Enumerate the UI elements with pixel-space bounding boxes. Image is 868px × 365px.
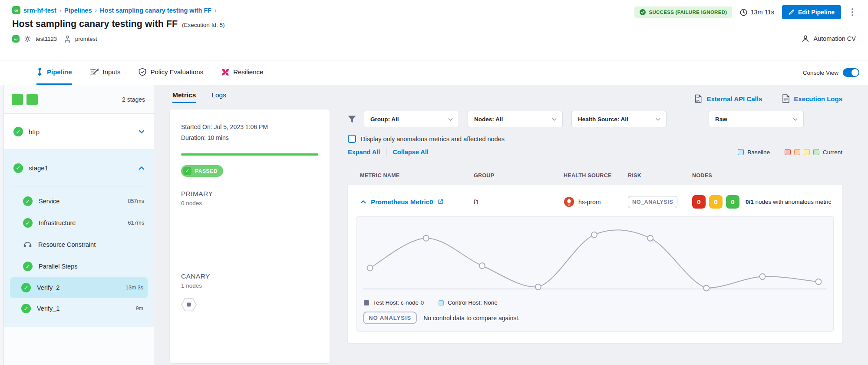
collapse-all-link[interactable]: Collapse All bbox=[393, 149, 428, 156]
breadcrumb: ∞ srm-hf-test › Pipelines › Host samplin… bbox=[12, 6, 224, 14]
health-source-filter-dropdown[interactable]: Health Source: All bbox=[571, 111, 667, 127]
step-duration: 857ms bbox=[128, 198, 144, 204]
anomalous-checkbox[interactable] bbox=[348, 135, 356, 143]
pipeline-icon bbox=[36, 68, 43, 76]
execution-id: (Execution Id: 5) bbox=[182, 22, 224, 28]
started-on: Started On: Jul 5, 2023 1:06 PM bbox=[181, 122, 318, 133]
environment-name[interactable]: promtest bbox=[75, 36, 97, 42]
test-host-legend: Test Host: c-node-0 bbox=[364, 299, 424, 306]
nodes-summary: 0/1 nodes with anomalous metric bbox=[746, 198, 843, 206]
canary-label: CANARY bbox=[181, 272, 318, 280]
test-host-swatch bbox=[364, 300, 369, 305]
current-green-swatch bbox=[813, 149, 819, 155]
status-badge: SUCCESS (FAILURE IGNORED) bbox=[634, 7, 732, 18]
document-icon bbox=[782, 94, 790, 103]
verification-duration: Duration: 10 mins bbox=[181, 133, 318, 143]
tab-resilience[interactable]: Resilience bbox=[221, 60, 263, 85]
user-name: Automation CV bbox=[813, 35, 856, 42]
service-name[interactable]: test1123 bbox=[36, 36, 57, 42]
stage-square-icon bbox=[26, 94, 38, 105]
log-links-row: API External API Calls Execution Logs bbox=[348, 92, 842, 105]
filter-funnel-icon[interactable] bbox=[348, 116, 356, 123]
harness-logo-icon: ∞ bbox=[12, 35, 20, 43]
execution-sidebar: 2 stages ✓ http ✓ stage1 ✓ Service 857ms bbox=[4, 85, 154, 365]
triggered-by: Automation CV bbox=[802, 35, 856, 43]
step-service[interactable]: ✓ Service 857ms bbox=[4, 190, 154, 212]
page-title: Host sampling canary testing with FF bbox=[12, 19, 178, 30]
anomalous-count-badge: 0 bbox=[692, 195, 706, 209]
console-view-control: Console View bbox=[803, 60, 859, 85]
external-api-calls-link[interactable]: API External API Calls bbox=[694, 94, 762, 103]
metric-row[interactable]: Prometheus Metric0 f1 hs-prom NO_ANALYSI… bbox=[348, 193, 842, 216]
harness-logo-icon: ∞ bbox=[12, 6, 20, 14]
health-source-name: hs-prom bbox=[578, 199, 601, 206]
gear-icon bbox=[24, 35, 31, 43]
chevron-down-icon bbox=[551, 116, 557, 122]
expand-all-link[interactable]: Expand All bbox=[348, 149, 380, 156]
baseline-swatch bbox=[738, 149, 744, 155]
expand-collapse-row: Expand All Collapse All Baseline Current bbox=[348, 148, 842, 156]
metric-card: Prometheus Metric0 f1 hs-prom NO_ANALYSI… bbox=[348, 185, 842, 343]
anomalous-checkbox-label: Display only anomalous metrics and affec… bbox=[361, 136, 505, 143]
header-left: ∞ srm-hf-test › Pipelines › Host samplin… bbox=[12, 4, 224, 60]
breadcrumb-pipeline-link[interactable]: Host sampling canary testing with FF bbox=[100, 7, 211, 14]
passed-badge: ✓ PASSED bbox=[181, 165, 223, 177]
metric-chart[interactable] bbox=[363, 224, 827, 297]
console-view-toggle[interactable] bbox=[843, 68, 859, 77]
check-icon: ✓ bbox=[183, 167, 191, 175]
external-link-icon[interactable] bbox=[437, 199, 444, 205]
stage1-steps: ✓ Service 857ms ✓ Infrastructure 617ms R… bbox=[4, 186, 154, 327]
breadcrumb-project-link[interactable]: srm-hf-test bbox=[23, 7, 56, 14]
metric-name-link[interactable]: Prometheus Metric0 bbox=[371, 198, 433, 206]
stage-http[interactable]: ✓ http bbox=[4, 114, 154, 150]
more-options-menu[interactable] bbox=[849, 7, 856, 18]
chevron-up-icon[interactable] bbox=[138, 165, 145, 172]
collapse-row-chevron-icon[interactable] bbox=[360, 199, 366, 205]
step-duration: 13m 3s bbox=[125, 285, 143, 291]
prometheus-icon bbox=[564, 196, 574, 207]
step-resource-constraint[interactable]: Resource Constraint bbox=[4, 234, 154, 256]
current-orange-swatch bbox=[794, 149, 800, 155]
chevron-right-icon: › bbox=[95, 7, 97, 13]
health-source-cell: hs-prom bbox=[564, 196, 628, 207]
tab-inputs[interactable]: Inputs bbox=[90, 60, 121, 85]
edit-pipeline-button[interactable]: Edit Pipeline bbox=[782, 5, 841, 19]
tab-logs[interactable]: Logs bbox=[211, 91, 226, 103]
clock-icon bbox=[740, 9, 747, 16]
duration-chip: 13m 11s bbox=[740, 9, 774, 16]
chevron-down-icon bbox=[448, 116, 453, 122]
canary-node-hexagon-icon[interactable] bbox=[181, 298, 197, 312]
step-parallel-steps[interactable]: ✓ Parallel Steps bbox=[4, 256, 154, 277]
execution-logs-link[interactable]: Execution Logs bbox=[782, 94, 842, 103]
nodes-filter-dropdown[interactable]: Nodes: All bbox=[468, 111, 563, 127]
chart-legend: Test Host: c-node-0 Control Host: None bbox=[363, 299, 827, 306]
header: ∞ srm-hf-test › Pipelines › Host samplin… bbox=[0, 0, 868, 60]
title-row: Host sampling canary testing with FF (Ex… bbox=[12, 19, 224, 30]
page: ∞ srm-hf-test › Pipelines › Host samplin… bbox=[0, 0, 868, 365]
success-check-icon: ✓ bbox=[21, 283, 31, 292]
stage-stage1[interactable]: ✓ stage1 bbox=[4, 150, 154, 186]
step-verify-1[interactable]: ✓ Verify_1 9m bbox=[10, 298, 148, 319]
tab-metrics[interactable]: Metrics bbox=[172, 91, 196, 103]
header-right: SUCCESS (FAILURE IGNORED) 13m 11s Edit P… bbox=[634, 4, 856, 60]
stage-summary: 2 stages bbox=[4, 85, 154, 114]
breadcrumb-pipelines-link[interactable]: Pipelines bbox=[64, 7, 92, 14]
healthy-count-badge: 0 bbox=[726, 195, 739, 209]
analysis-message: No control data to compare against. bbox=[423, 315, 520, 322]
divider bbox=[386, 148, 386, 156]
canary-node-count: 1 nodes bbox=[181, 282, 318, 289]
chevron-down-icon[interactable] bbox=[138, 128, 145, 135]
tab-policy-evaluations[interactable]: Policy Evaluations bbox=[139, 60, 203, 85]
group-filter-dropdown[interactable]: Group: All bbox=[364, 111, 459, 127]
current-yellow-swatch bbox=[804, 149, 810, 155]
resilience-icon bbox=[221, 68, 229, 76]
step-duration: 617ms bbox=[128, 220, 144, 226]
metrics-table-header: METRIC NAME GROUP HEALTH SOURCE RISK NOD… bbox=[348, 162, 842, 185]
step-verify-2[interactable]: ✓ Verify_2 13m 3s bbox=[10, 277, 148, 298]
tab-pipeline[interactable]: Pipeline bbox=[36, 60, 72, 85]
step-infrastructure[interactable]: ✓ Infrastructure 617ms bbox=[4, 212, 154, 234]
panel-tabs: Metrics Logs bbox=[170, 91, 330, 103]
view-mode-dropdown[interactable]: Raw bbox=[709, 111, 804, 127]
success-check-icon: ✓ bbox=[23, 196, 33, 206]
chevron-right-icon: › bbox=[59, 7, 61, 13]
